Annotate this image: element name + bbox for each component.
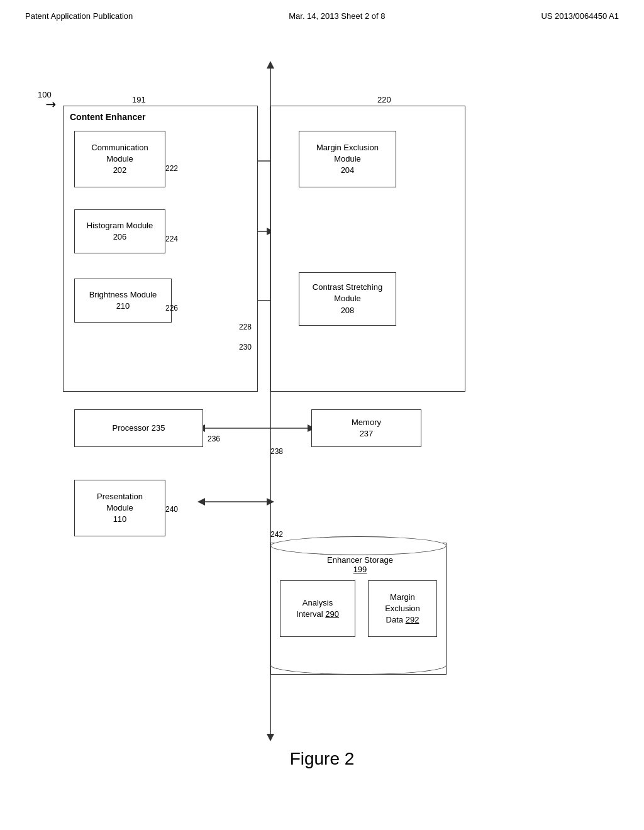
arrow-label-236: 236: [208, 434, 220, 443]
box-220-label: 220: [377, 95, 391, 104]
comm-module-box: CommunicationModule202: [74, 131, 165, 187]
arrow-label-228: 228: [239, 323, 252, 331]
enhancer-storage-cylinder-bottom: [270, 656, 447, 675]
arrow-label-238: 238: [270, 447, 283, 456]
header-right: US 2013/0064450 A1: [541, 11, 619, 21]
margin-exclusion-module-box: Margin ExclusionModule204: [299, 131, 396, 187]
processor-box: Processor 235: [74, 409, 203, 447]
presentation-module-box: PresentationModule110: [74, 480, 165, 536]
arrow-label-222: 222: [165, 164, 178, 173]
arrow-label-224: 224: [165, 235, 178, 243]
arrow-label-240: 240: [165, 505, 178, 514]
contrast-stretching-box: Contrast StretchingModule208: [299, 272, 396, 326]
histogram-module-box: Histogram Module206: [74, 209, 165, 253]
memory-box: Memory237: [311, 409, 421, 447]
header-center: Mar. 14, 2013 Sheet 2 of 8: [289, 11, 385, 21]
arrow-label-226: 226: [165, 304, 178, 313]
enhancer-storage-cylinder-top: [270, 536, 447, 555]
analysis-interval-box: AnalysisInterval 290: [280, 580, 355, 637]
diagram-area: 100 ↙ 191 Content Enhancer 220 Communica…: [0, 27, 644, 782]
enhancer-storage-label: Enhancer Storage 199: [311, 555, 409, 574]
arrow-label-230: 230: [239, 343, 252, 351]
margin-exclusion-data-box: MarginExclusionData 292: [368, 580, 437, 637]
header-left: Patent Application Publication: [25, 11, 133, 21]
figure-caption: Figure 2: [0, 749, 644, 769]
arrow-label-242: 242: [270, 530, 283, 539]
content-enhancer-id: 191: [132, 95, 146, 104]
brightness-module-box: Brightness Module210: [74, 279, 172, 323]
